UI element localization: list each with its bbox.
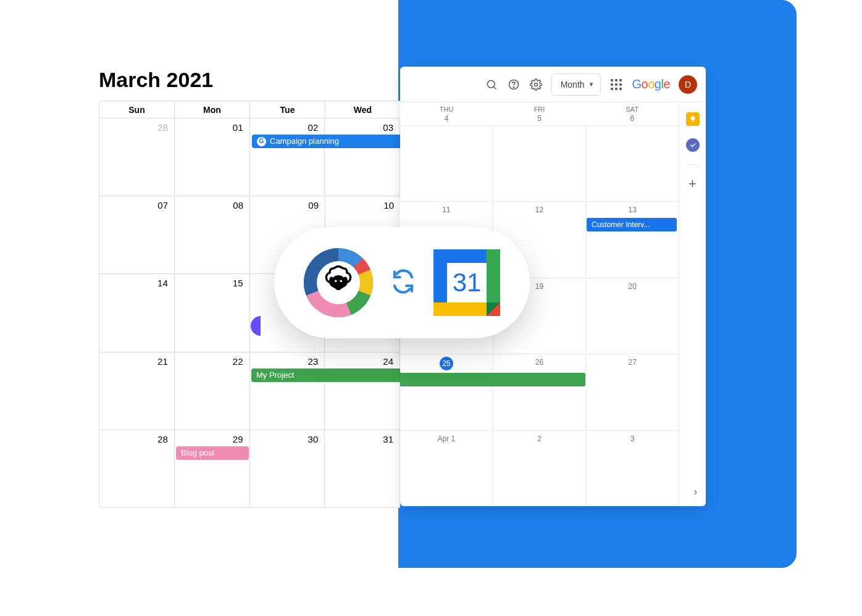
help-icon[interactable]	[507, 78, 521, 91]
gcal-week: 25 26 27	[400, 354, 679, 430]
teamwork-logo-icon	[304, 248, 373, 317]
gcal-cell[interactable]: 27	[585, 354, 679, 430]
gcal-cell[interactable]	[493, 126, 586, 201]
calendar-cell[interactable]: 07	[99, 196, 175, 273]
tasks-icon[interactable]	[686, 138, 700, 152]
calendar-week: 21 22 23 24 My Project	[99, 352, 400, 430]
gcal-cell[interactable]: 3	[585, 431, 679, 506]
day-header: Wed	[325, 101, 400, 118]
date-label: 26	[535, 358, 543, 367]
date-label: 23	[308, 356, 319, 367]
date-label: Apr 1	[437, 435, 455, 443]
calendar-cell[interactable]: 03	[325, 119, 400, 196]
gcal-logo-number: 31	[447, 263, 487, 302]
date-label: 20	[628, 282, 636, 291]
chevron-down-icon: ▼	[588, 81, 595, 88]
svg-point-9	[343, 277, 348, 283]
gcal-cell[interactable]: Apr 1	[400, 431, 493, 506]
event-label: My Project	[256, 368, 294, 382]
event-my-project[interactable]: My Project	[251, 368, 425, 382]
gcal-toolbar: Month ▼ Google D	[400, 67, 706, 102]
day-header: Sun	[99, 101, 175, 118]
gcal-week	[400, 126, 679, 201]
calendar-cell[interactable]: 02	[250, 119, 325, 196]
date-label: 10	[383, 200, 394, 210]
calendar-cell[interactable]: 08	[175, 196, 250, 273]
gcal-cell[interactable]	[585, 126, 679, 201]
date-label: 31	[383, 434, 393, 444]
date-label: 28	[157, 122, 168, 133]
event-blog-post[interactable]: Blog post	[176, 446, 249, 460]
calendar-cell[interactable]: 28	[99, 119, 175, 196]
date-label: 15	[233, 278, 243, 288]
day-header-row-left: Sun Mon Tue Wed	[99, 101, 400, 119]
gcal-cell[interactable]: 13	[585, 202, 679, 277]
gear-icon[interactable]	[529, 78, 543, 91]
calendar-cell[interactable]: 23	[250, 352, 325, 430]
calendar-cell[interactable]: 21	[99, 352, 175, 430]
sync-icon	[390, 268, 416, 297]
gcal-cell[interactable]	[400, 126, 493, 201]
date-label: 19	[535, 282, 543, 291]
svg-point-5	[331, 275, 346, 289]
date-label: 07	[157, 200, 168, 210]
avatar[interactable]: D	[679, 75, 697, 94]
apps-grid-icon[interactable]	[609, 78, 623, 91]
google-logo: Google	[632, 77, 670, 91]
date-label: 3	[630, 435, 635, 443]
calendar-cell[interactable]: 14	[99, 274, 175, 351]
date-label: 02	[308, 122, 319, 133]
event-label: Blog post	[181, 446, 214, 460]
date-label: 12	[535, 206, 543, 214]
view-switcher-button[interactable]: Month ▼	[551, 73, 601, 96]
event-label: Campaign planning	[270, 135, 339, 148]
gcal-side-panel: +	[679, 102, 706, 506]
date-label: 22	[233, 356, 243, 367]
day-header: Tue	[250, 101, 325, 118]
date-label: 01	[233, 122, 243, 133]
calendar-cell[interactable]: 01	[175, 119, 250, 196]
day-header: SAT6	[586, 102, 679, 126]
calendar-cell[interactable]: 30	[250, 430, 325, 507]
svg-line-1	[493, 86, 496, 89]
svg-point-7	[340, 280, 342, 282]
view-label: Month	[561, 80, 585, 89]
date-label: 30	[308, 434, 319, 444]
calendar-week: 28 29 30 31 Blog post	[99, 430, 400, 507]
google-g-icon: G	[257, 137, 266, 146]
canvas: March 2021 Sun Mon Tue Wed 28 01 02 03 G…	[0, 0, 797, 568]
calendar-cell[interactable]: 28	[99, 430, 175, 507]
event-customer-interview[interactable]: Customer Interv...	[587, 218, 677, 231]
date-label: 13	[628, 206, 636, 214]
calendar-cell[interactable]: 31	[325, 430, 400, 507]
google-calendar-logo-icon: 31	[433, 249, 500, 316]
calendar-cell[interactable]: 24	[325, 352, 400, 430]
add-icon[interactable]: +	[686, 177, 700, 191]
divider	[687, 164, 699, 165]
svg-point-0	[487, 80, 495, 88]
search-icon[interactable]	[485, 78, 498, 91]
date-label: 21	[157, 356, 168, 367]
calendar-cell[interactable]: 29	[175, 430, 250, 507]
gcal-day-headers: THU4 FRI5 SAT6	[400, 102, 679, 126]
svg-point-8	[329, 277, 333, 283]
day-header: Mon	[175, 101, 250, 118]
day-header: THU4	[400, 102, 493, 126]
date-label: 24	[383, 356, 393, 367]
event-my-project-cont[interactable]	[400, 373, 585, 386]
date-label: 28	[157, 434, 168, 444]
date-label: 29	[233, 434, 243, 444]
gcal-cell[interactable]: 25	[400, 354, 493, 430]
chevron-right-icon[interactable]: ›	[694, 486, 697, 497]
date-label: 08	[233, 200, 243, 210]
date-label-today: 25	[440, 357, 453, 370]
gcal-cell[interactable]: 20	[585, 278, 679, 354]
svg-point-6	[335, 280, 337, 282]
svg-point-3	[513, 86, 514, 87]
calendar-cell[interactable]: 15	[175, 274, 250, 351]
gcal-week: Apr 1 2 3	[400, 430, 679, 506]
gcal-cell[interactable]: 26	[493, 354, 586, 430]
calendar-cell[interactable]: 22	[175, 352, 250, 430]
keep-icon[interactable]	[686, 112, 700, 126]
gcal-cell[interactable]: 2	[493, 431, 586, 506]
